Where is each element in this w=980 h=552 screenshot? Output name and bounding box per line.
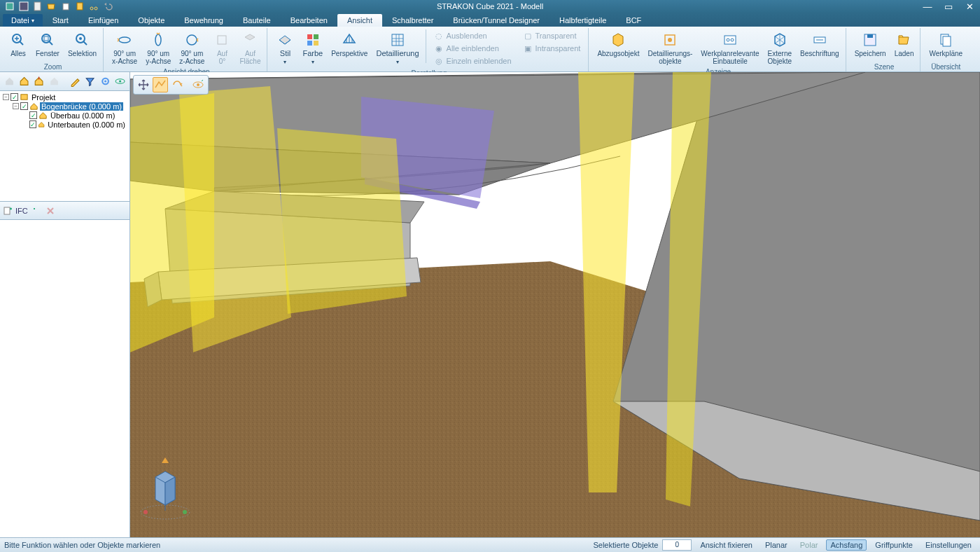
workplans-button[interactable]: Werkpläne [925, 28, 966, 60]
tab-bewehrung[interactable]: Bewehrung [174, 14, 233, 27]
tab-bcf[interactable]: BCF [616, 14, 651, 27]
status-einstellungen[interactable]: Einstellungen [921, 539, 976, 551]
tree-root[interactable]: − ✓ Projekt [1, 92, 128, 102]
opaque-icon: ▣ [523, 43, 533, 53]
3d-viewport[interactable] [130, 72, 980, 537]
cutobject-button[interactable]: Abzugsobjekt [594, 28, 643, 60]
status-polar[interactable]: Polar [796, 539, 822, 551]
group-zoom: Alles Fenster Selektion Zoom [3, 28, 104, 71]
tree-home-grey-icon[interactable] [3, 74, 16, 88]
vp-rotate-icon[interactable] [169, 77, 185, 92]
tree-edit-icon[interactable] [69, 74, 82, 88]
tree-checkbox[interactable]: ✓ [20, 102, 28, 110]
vp-move-icon[interactable] [136, 77, 151, 92]
tree-checkbox[interactable]: ✓ [29, 111, 37, 119]
color-button[interactable]: Farbe▾ [299, 28, 326, 68]
hide-icon: ◌ [434, 31, 444, 41]
svg-rect-30 [943, 36, 951, 46]
quick-access-toolbar [0, 1, 113, 12]
workplan-button[interactable]: Werkplanrelevante Einbauteile [697, 28, 762, 67]
show-single-button: ◎Einzeln einblenden [430, 55, 515, 67]
tab-bruecken-tunnel[interactable]: Brücken/Tunnel Designer [443, 14, 550, 27]
svg-rect-3 [63, 4, 69, 10]
tree-selected-item[interactable]: Bogenbrücke (0.000 m) [40, 102, 123, 111]
status-achsfang[interactable]: Achsfang [826, 539, 867, 551]
tree-collapse-icon[interactable]: − [3, 94, 9, 100]
qat-open-icon[interactable] [46, 1, 57, 12]
ifc-add-button[interactable] [3, 206, 13, 216]
tab-file[interactable]: Datei▾ [3, 14, 43, 27]
status-griffpunkte[interactable]: Griffpunkte [871, 539, 917, 551]
ribbon-tabs: Datei▾ Start Einfügen Objekte Bewehrung … [0, 13, 980, 27]
scene-load-button[interactable]: Laden [891, 28, 918, 60]
tree-collapse-icon[interactable]: − [13, 103, 19, 109]
titlebar: STRAKON Cube 2021 - Modell — ▭ ✕ [0, 0, 980, 13]
tab-schalbretter[interactable]: Schalbretter [382, 14, 443, 27]
svg-point-46 [144, 510, 148, 514]
zoom-window-button[interactable]: Fenster [32, 28, 63, 60]
tab-bauteile[interactable]: Bauteile [233, 14, 281, 27]
tab-bearbeiten[interactable]: Bearbeiten [281, 14, 337, 27]
qat-cube-icon[interactable] [4, 1, 15, 12]
close-button[interactable]: ✕ [959, 0, 980, 13]
tree-home-grey2-icon[interactable] [48, 74, 61, 88]
tab-objekte[interactable]: Objekte [128, 14, 174, 27]
tree-filter-icon[interactable] [83, 74, 97, 88]
qat-new-icon[interactable] [32, 1, 43, 12]
qat-paste-icon[interactable] [74, 1, 85, 12]
svg-point-14 [187, 35, 197, 45]
rotate-z-button[interactable]: 90° um z-Achse [176, 28, 208, 67]
tree-bridge[interactable]: − ✓ Bogenbrücke (0.000 m) [1, 102, 128, 111]
tab-start[interactable]: Start [43, 14, 78, 27]
scene-save-button[interactable]: Speichern [851, 28, 890, 60]
rotate-x-button[interactable]: 90° um x-Achse [108, 28, 141, 67]
labeling-button[interactable]: Beschriftung [797, 28, 843, 60]
tab-halbfertigteile[interactable]: Halbfertigteile [550, 14, 616, 27]
tree-home-yellow-icon[interactable] [18, 74, 31, 88]
tree-home-up-icon[interactable] [32, 74, 46, 88]
tree-settings-icon[interactable] [99, 74, 112, 88]
style-button[interactable]: Stil▾ [272, 28, 298, 68]
project-tree[interactable]: − ✓ Projekt − ✓ Bogenbrücke (0.000 m) ✓ … [0, 91, 130, 202]
tree-checkbox[interactable]: ✓ [10, 93, 18, 101]
external-obj-button[interactable]: Externe Objekte [764, 28, 795, 67]
hide-button: ◌Ausblenden [430, 29, 515, 42]
svg-rect-35 [21, 95, 27, 99]
vp-wireframe-icon[interactable] [153, 77, 168, 92]
qat-undo-icon[interactable] [102, 1, 113, 12]
detailobj-button[interactable]: Detaillierungs- objekte [644, 28, 696, 67]
ifc-link-button[interactable]: IFC [15, 207, 36, 215]
zoom-selection-button[interactable]: Selektion [64, 28, 100, 60]
group-rotate: 90° um x-Achse 90° um y-Achse 90° um z-A… [106, 28, 267, 71]
status-view-lock[interactable]: Ansicht fixieren [696, 539, 757, 551]
qat-save-icon[interactable] [18, 1, 29, 12]
status-planar[interactable]: Planar [761, 539, 792, 551]
tree-ueberbau[interactable]: ✓ Überbau (0.000 m) [1, 111, 128, 120]
detail-button[interactable]: Detaillierung▾ [372, 28, 422, 68]
group-uebersicht: Werkpläne Übersicht [923, 28, 969, 71]
3d-scene[interactable] [130, 72, 980, 537]
vp-view-icon[interactable] [190, 77, 206, 92]
ifc-delete-button[interactable] [46, 206, 55, 216]
tree-unterbauten[interactable]: ✓ Unterbauten (0.000 m) [1, 120, 128, 129]
maximize-button[interactable]: ▭ [938, 0, 959, 13]
tree-eye-icon[interactable] [113, 74, 127, 88]
perspective-button[interactable]: Perspektive [328, 28, 371, 60]
tab-einfuegen[interactable]: Einfügen [78, 14, 128, 27]
tab-ansicht[interactable]: Ansicht [337, 14, 382, 27]
ifc-toolbar: IFC [0, 202, 130, 220]
svg-point-22 [668, 38, 672, 42]
dropdown-icon: ▾ [396, 59, 399, 65]
zoom-all-button[interactable]: Alles [6, 28, 31, 60]
rotate-face-button: Auf Fläche [236, 28, 264, 67]
svg-point-11 [79, 37, 82, 40]
tree-checkbox[interactable]: ✓ [29, 120, 36, 128]
status-hint: Bitte Funktion wählen oder Objekte marki… [4, 541, 160, 549]
qat-copy-icon[interactable] [60, 1, 71, 12]
group-label-szene: Szene [851, 62, 918, 71]
show-all-icon: ◉ [434, 43, 444, 53]
svg-rect-2 [34, 2, 41, 11]
qat-cut-icon[interactable] [88, 1, 99, 12]
rotate-y-button[interactable]: 90° um y-Achse [142, 28, 174, 67]
minimize-button[interactable]: — [917, 0, 938, 13]
